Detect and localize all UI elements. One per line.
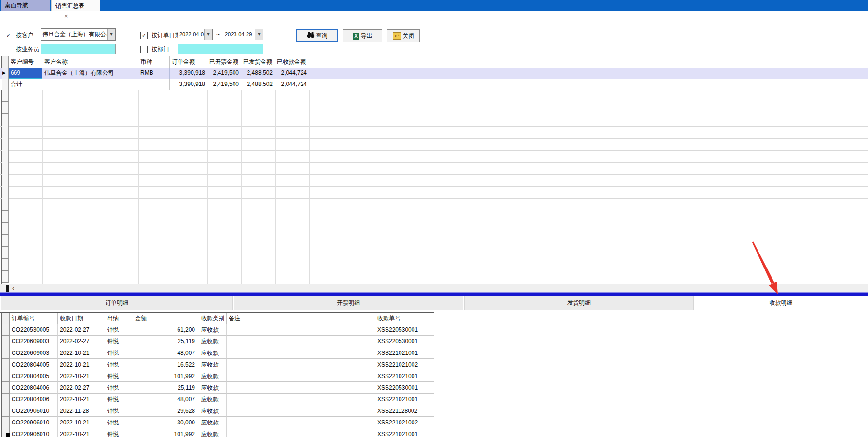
detail-cell[interactable]: 48,007 <box>133 394 199 405</box>
detail-cell[interactable]: 29,628 <box>133 405 199 417</box>
summary-cell[interactable]: RMB <box>138 68 170 79</box>
detail-tab-shipment[interactable]: 发货明细 <box>464 296 694 310</box>
detail-cell[interactable]: XSS221021001 <box>375 428 434 437</box>
row-indicator[interactable] <box>2 347 10 359</box>
detail-cell[interactable]: 2022-02-27 <box>58 382 105 394</box>
detail-tab-invoice[interactable]: 开票明细 <box>234 296 463 310</box>
summary-header-cell[interactable]: 客户编号 <box>9 56 42 68</box>
chevron-down-icon[interactable]: ▾ <box>107 29 115 40</box>
detail-cell[interactable]: 钟悦 <box>105 417 133 428</box>
detail-cell[interactable]: 2022-10-21 <box>58 394 105 405</box>
by-order-date-checkbox[interactable]: ✓ 按订单日期 <box>140 32 180 39</box>
detail-header-cell[interactable]: 收款类别 <box>199 313 227 324</box>
detail-cell[interactable]: XSS221021001 <box>375 394 434 405</box>
detail-cell[interactable]: 应收款 <box>199 324 227 336</box>
detail-cell[interactable]: 61,200 <box>133 324 199 336</box>
query-button[interactable]: 查询 <box>296 29 338 42</box>
detail-cell[interactable]: 钟悦 <box>105 394 133 405</box>
row-indicator[interactable] <box>2 394 10 405</box>
scrollbar-handle[interactable] <box>6 285 9 292</box>
detail-header-cell[interactable]: 金额 <box>133 313 199 324</box>
customer-select[interactable]: 伟旦合金（上海）有限公司 ▾ <box>41 28 116 41</box>
detail-cell[interactable]: 2022-11-28 <box>58 405 105 417</box>
detail-cell[interactable]: 2022-10-21 <box>58 417 105 428</box>
summary-header-cell[interactable]: 已收款金额 <box>275 56 309 68</box>
detail-cell[interactable]: 16,522 <box>133 359 199 370</box>
detail-cell[interactable] <box>227 428 375 437</box>
detail-header-cell[interactable]: 出纳 <box>105 313 133 324</box>
detail-cell[interactable]: CO220906010 <box>10 417 58 428</box>
detail-cell[interactable]: CO220906010 <box>10 428 58 437</box>
detail-cell[interactable] <box>227 382 375 394</box>
summary-cell[interactable]: 2,488,502 <box>241 68 275 79</box>
detail-cell[interactable]: CO220804006 <box>10 382 58 394</box>
summary-cell[interactable]: 伟旦合金（上海）有限公司 <box>42 68 138 79</box>
detail-cell[interactable]: 2022-10-21 <box>58 428 105 437</box>
close-icon[interactable]: × <box>64 11 68 22</box>
detail-cell[interactable]: XSS220530001 <box>375 382 434 394</box>
detail-cell[interactable]: 应收款 <box>199 382 227 394</box>
detail-cell[interactable]: 25,119 <box>133 382 199 394</box>
detail-tab-order[interactable]: 订单明细 <box>1 296 233 310</box>
detail-cell[interactable]: XSS220530001 <box>375 324 434 336</box>
tab-desktop-navigation[interactable]: 桌面导航 <box>1 0 50 11</box>
detail-cell[interactable]: 钟悦 <box>105 347 133 359</box>
detail-cell[interactable]: 2022-10-21 <box>58 347 105 359</box>
detail-cell[interactable] <box>227 417 375 428</box>
detail-header-cell[interactable]: 订单编号 <box>10 313 58 324</box>
detail-cell[interactable]: 应收款 <box>199 394 227 405</box>
by-department-checkbox[interactable]: 按部门 <box>140 46 169 53</box>
detail-cell[interactable]: CO220609003 <box>10 347 58 359</box>
detail-cell[interactable]: CO220530005 <box>10 324 58 336</box>
detail-cell[interactable] <box>227 336 375 347</box>
detail-cell[interactable]: 钟悦 <box>105 405 133 417</box>
date-to-select[interactable]: 2023-04-29 ▾ <box>223 29 263 40</box>
detail-cell[interactable]: 2022-10-21 <box>58 370 105 382</box>
detail-cell[interactable]: 钟悦 <box>105 336 133 347</box>
detail-cell[interactable]: 钟悦 <box>105 382 133 394</box>
detail-cell[interactable]: 2022-02-27 <box>58 336 105 347</box>
chevron-down-icon[interactable]: ▾ <box>255 29 263 40</box>
row-indicator[interactable] <box>2 405 10 417</box>
detail-cell[interactable]: 48,007 <box>133 347 199 359</box>
by-salesman-checkbox[interactable]: 按业务员 <box>5 46 39 53</box>
detail-cell[interactable]: CO220609003 <box>10 336 58 347</box>
row-indicator[interactable] <box>2 382 10 394</box>
chevron-down-icon[interactable]: ▾ <box>204 29 212 40</box>
scroll-left-icon[interactable]: ‹ <box>12 284 14 292</box>
department-input[interactable] <box>178 44 263 54</box>
detail-cell[interactable] <box>227 394 375 405</box>
tab-sales-summary[interactable]: 销售汇总表 × <box>51 0 100 11</box>
summary-header-cell[interactable]: 客户名称 <box>42 56 138 68</box>
detail-cell[interactable]: 应收款 <box>199 336 227 347</box>
detail-header-cell[interactable]: 收款日期 <box>58 313 105 324</box>
row-indicator[interactable] <box>2 417 10 428</box>
detail-cell[interactable]: XSS221021002 <box>375 359 434 370</box>
row-indicator[interactable] <box>2 370 10 382</box>
detail-cell[interactable]: 应收款 <box>199 347 227 359</box>
detail-cell[interactable]: XSS221021001 <box>375 347 434 359</box>
row-indicator[interactable] <box>2 324 10 336</box>
detail-cell[interactable]: 钟悦 <box>105 428 133 437</box>
splitter-bar[interactable] <box>0 292 868 296</box>
summary-cell[interactable]: 3,390,918 <box>170 68 207 79</box>
row-indicator[interactable] <box>2 336 10 347</box>
detail-cell[interactable]: XSS221128002 <box>375 405 434 417</box>
summary-header-cell[interactable]: 币种 <box>138 56 170 68</box>
summary-header-cell[interactable]: 已开票金额 <box>207 56 241 68</box>
detail-header-cell[interactable]: 收款单号 <box>375 313 434 324</box>
detail-cell[interactable]: 30,000 <box>133 417 199 428</box>
summary-cell-selected[interactable]: 669 <box>9 68 42 79</box>
date-from-select[interactable]: 2022-04-01 ▾ <box>178 29 213 40</box>
detail-cell[interactable]: CO220906010 <box>10 405 58 417</box>
detail-cell[interactable] <box>227 370 375 382</box>
detail-cell[interactable]: 2022-02-27 <box>58 324 105 336</box>
detail-cell[interactable]: 钟悦 <box>105 359 133 370</box>
detail-cell[interactable] <box>227 324 375 336</box>
detail-header-cell[interactable]: 备注 <box>227 313 375 324</box>
row-indicator[interactable] <box>2 359 10 370</box>
detail-cell[interactable]: 应收款 <box>199 417 227 428</box>
detail-tab-receipt[interactable]: 收款明细 <box>695 296 867 310</box>
by-customer-checkbox[interactable]: ✓ 按客户 <box>5 32 33 39</box>
detail-cell[interactable]: 钟悦 <box>105 370 133 382</box>
